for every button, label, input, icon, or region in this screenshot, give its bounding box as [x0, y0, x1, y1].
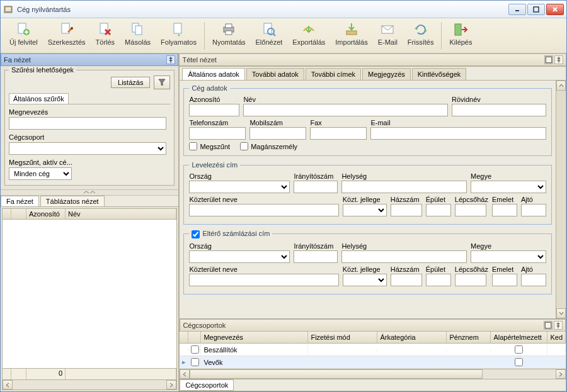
- mobile-input[interactable]: [249, 127, 306, 140]
- svg-rect-26: [346, 31, 357, 35]
- detail-view-title: Tétel nézet: [182, 56, 216, 64]
- pin-button[interactable]: [166, 55, 175, 64]
- bill-country-select[interactable]: [189, 250, 290, 263]
- tree-view-tab[interactable]: Fa nézet: [1, 196, 39, 206]
- company-groups-panel: Cégcsoportok Megnevezés Fizetési mód Árk…: [180, 318, 566, 391]
- tab-more-data[interactable]: További adatok: [246, 68, 304, 80]
- close-button[interactable]: [546, 4, 564, 15]
- mail-street-input[interactable]: [189, 204, 338, 216]
- tab-receivables[interactable]: Kintlévőségek: [412, 68, 467, 80]
- col-nev[interactable]: Név: [66, 209, 176, 219]
- table-row[interactable]: ▸ Vevők: [180, 356, 566, 369]
- export-icon: [301, 22, 316, 37]
- bill-street-type-select[interactable]: [343, 274, 387, 286]
- active-filter-select[interactable]: Minden cég: [9, 167, 72, 180]
- company-tree-grid[interactable]: Azonosító Név 0: [2, 208, 177, 390]
- bill-door-input[interactable]: [521, 274, 546, 286]
- default-checkbox-vevok[interactable]: [515, 358, 523, 366]
- tab-general-data[interactable]: Általános adatok: [182, 68, 244, 80]
- default-checkbox-beszallitok[interactable]: [515, 345, 523, 354]
- name-input[interactable]: [243, 104, 448, 116]
- print-button[interactable]: Nyomtatás: [207, 21, 251, 47]
- export-button[interactable]: Exportálás: [287, 21, 330, 47]
- scroll-down-icon[interactable]: [556, 308, 566, 318]
- mail-county-select[interactable]: [471, 181, 546, 193]
- detail-pin-button[interactable]: [554, 55, 563, 64]
- scroll-up-icon[interactable]: [556, 81, 566, 91]
- continuous-button[interactable]: Folyamatos: [156, 21, 202, 47]
- company-group-filter-label: Cégcsoport: [9, 133, 170, 141]
- minimize-button[interactable]: [508, 4, 526, 15]
- mail-zip-input[interactable]: [294, 181, 338, 193]
- row-checkbox-beszallitok[interactable]: [191, 345, 199, 354]
- col-azonosito[interactable]: Azonosító: [26, 209, 66, 219]
- bill-zip-input[interactable]: [294, 250, 338, 263]
- horizontal-splitter[interactable]: [1, 189, 178, 196]
- id-input[interactable]: [189, 104, 239, 116]
- envelope-icon: [380, 22, 395, 37]
- tree-view-title: Fa nézet: [4, 56, 31, 64]
- company-groups-table[interactable]: Megnevezés Fizetési mód Árkategória Pénz…: [180, 332, 566, 379]
- bill-county-select[interactable]: [471, 250, 546, 263]
- import-button[interactable]: Importálás: [330, 21, 372, 47]
- scroll-right-icon[interactable]: [556, 369, 566, 379]
- bill-houseno-input[interactable]: [391, 274, 422, 286]
- terminated-checkbox[interactable]: Megszűnt: [189, 142, 230, 150]
- table-row[interactable]: Beszállítók: [180, 344, 566, 356]
- bill-floor-input[interactable]: [492, 274, 517, 286]
- company-group-filter-select[interactable]: [9, 142, 166, 155]
- email-button[interactable]: E-Mail: [373, 21, 403, 47]
- mail-city-input[interactable]: [341, 181, 467, 193]
- new-button[interactable]: Új felvitel: [4, 21, 43, 47]
- mail-building-input[interactable]: [426, 204, 451, 216]
- bottom-tab-cegcsoportok[interactable]: Cégcsoportok: [180, 379, 234, 391]
- private-person-checkbox[interactable]: Magánszemély: [240, 142, 297, 150]
- fax-input[interactable]: [310, 127, 367, 140]
- svg-line-5: [553, 8, 557, 11]
- general-filters-tab[interactable]: Általános szűrők: [9, 93, 69, 104]
- maximize-button[interactable]: [527, 4, 545, 15]
- scroll-left-icon[interactable]: [3, 380, 13, 389]
- preview-button[interactable]: Előnézet: [251, 21, 288, 47]
- email-input[interactable]: [370, 127, 546, 140]
- copy-button[interactable]: Másolás: [120, 21, 156, 47]
- different-billing-checkbox[interactable]: [192, 230, 200, 238]
- detail-maximize-button[interactable]: [544, 55, 553, 64]
- mail-door-input[interactable]: [521, 204, 546, 216]
- bill-street-input[interactable]: [189, 274, 338, 286]
- grid-hscroll[interactable]: [3, 379, 176, 389]
- phone-input[interactable]: [189, 127, 246, 140]
- bill-building-input[interactable]: [426, 274, 451, 286]
- edit-button[interactable]: Szerkesztés: [43, 21, 91, 47]
- tab-more-addresses[interactable]: További címek: [306, 68, 361, 80]
- table-view-tab[interactable]: Táblázatos nézet: [40, 196, 105, 206]
- delete-button[interactable]: Törlés: [91, 21, 120, 47]
- printer-icon: [221, 22, 236, 37]
- mail-floor-input[interactable]: [492, 204, 517, 216]
- refresh-button[interactable]: Frissítés: [403, 21, 439, 47]
- mail-street-type-select[interactable]: [343, 204, 387, 216]
- tab-notes[interactable]: Megjegyzés: [362, 68, 411, 80]
- scroll-left-icon[interactable]: [180, 369, 190, 379]
- exit-button[interactable]: Kilépés: [444, 21, 477, 47]
- svg-rect-20: [224, 27, 234, 32]
- detail-vscroll[interactable]: [556, 81, 566, 318]
- shortname-input[interactable]: [452, 104, 546, 116]
- mail-country-select[interactable]: [189, 181, 290, 193]
- mail-staircase-input[interactable]: [455, 204, 486, 216]
- subtable-hscroll[interactable]: [180, 369, 566, 379]
- subpanel-pin-button[interactable]: [554, 321, 563, 330]
- svg-point-24: [268, 28, 274, 35]
- mail-houseno-input[interactable]: [391, 204, 422, 216]
- scroll-right-icon[interactable]: [166, 380, 176, 389]
- bill-city-input[interactable]: [341, 250, 467, 263]
- name-filter-input[interactable]: [9, 117, 166, 130]
- document-add-icon: [16, 22, 31, 37]
- main-toolbar: Új felvitel Szerkesztés Törlés Másolás F…: [1, 18, 566, 53]
- list-button[interactable]: Listázás: [111, 77, 150, 88]
- svg-rect-29: [546, 57, 552, 63]
- bill-staircase-input[interactable]: [455, 274, 486, 286]
- subpanel-maximize-button[interactable]: [544, 321, 553, 330]
- filter-button[interactable]: [154, 76, 170, 89]
- row-checkbox-vevok[interactable]: [191, 358, 199, 366]
